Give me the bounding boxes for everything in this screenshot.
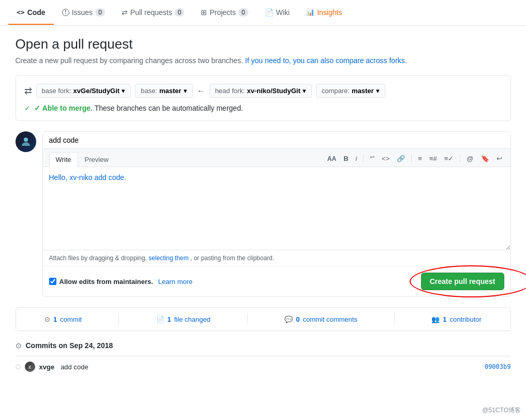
preview-tab[interactable]: Preview (78, 152, 115, 167)
toolbar-reply-btn[interactable]: ↩ (494, 154, 504, 163)
base-branch-dropdown[interactable]: base: master ▾ (135, 84, 192, 98)
head-fork-chevron: ▾ (303, 87, 306, 95)
toolbar-heading-btn[interactable]: AA (325, 154, 338, 163)
stat-sep-3 (394, 314, 395, 324)
editor-header: Write Preview AA B (43, 149, 510, 167)
commit-author-avatar: x (25, 362, 35, 372)
nav-issues[interactable]: ! Issues 0 (54, 1, 113, 25)
nav-wiki[interactable]: 📄 Wiki (257, 1, 298, 25)
pr-tabs: Write Preview (49, 149, 115, 167)
nav-code[interactable]: <> Code (8, 1, 54, 25)
base-label: base: (141, 87, 157, 95)
commits-stat[interactable]: ⊙ 1 commit (44, 316, 82, 323)
avatar-placeholder (16, 131, 36, 152)
files-count: 1 (168, 316, 171, 323)
wiki-icon: 📄 (265, 8, 274, 17)
commit-dot-icon (16, 364, 21, 369)
contributors-label: contributor (449, 316, 481, 323)
stat-sep-2 (247, 314, 248, 324)
comments-icon: 💬 (284, 316, 293, 323)
commits-section: ⊙ Commits on Sep 24, 2018 x xvge add cod… (16, 341, 511, 377)
contributors-stat[interactable]: 👥 1 contributor (431, 316, 482, 323)
branch-selector: ⇄ base fork: xvGe/StudyGit ▾ base: maste… (16, 75, 511, 121)
base-fork-chevron: ▾ (122, 87, 125, 95)
base-value: master (159, 87, 182, 95)
merge-able-label: ✓ Able to merge. (34, 104, 93, 112)
base-chevron: ▾ (184, 87, 187, 95)
pr-form-box: Write Preview AA B (42, 131, 511, 297)
commit-sha-link[interactable]: 09003b9 (485, 363, 511, 370)
toolbar-mention-btn[interactable]: @ (464, 154, 475, 163)
pr-badge: 0 (175, 8, 185, 17)
nav-insights[interactable]: 📊 Insights (298, 1, 350, 25)
head-fork-value: xv-niko/StudyGit (247, 87, 300, 95)
toolbar-bold-btn[interactable]: B (341, 154, 350, 163)
tabs-toolbar-row: Write Preview AA B (43, 149, 510, 167)
compare-forks-link[interactable]: If you need to, you can also compare acr… (245, 56, 405, 65)
main-content: Open a pull request Create a new pull re… (7, 26, 519, 387)
base-fork-label: base fork: (42, 87, 71, 95)
base-fork-value: xvGe/StudyGit (73, 87, 120, 95)
create-pull-request-button[interactable]: Create pull request (421, 273, 504, 290)
toolbar-divider-3 (460, 155, 460, 163)
toolbar-divider-2 (411, 155, 412, 163)
learn-more-link[interactable]: Learn more (158, 278, 192, 286)
pr-body-textarea[interactable]: Hello, xv-niko add code. (43, 167, 510, 250)
base-fork-dropdown[interactable]: base fork: xvGe/StudyGit ▾ (36, 84, 131, 98)
nav-projects[interactable]: ⊞ Projects 0 (192, 1, 256, 25)
pr-toolbar: AA B i “” <> (325, 151, 504, 167)
commits-count: 1 (53, 316, 57, 323)
head-fork-label: head fork: (215, 87, 245, 95)
contributors-icon: 👥 (431, 316, 440, 323)
files-icon: 📄 (156, 316, 164, 323)
stat-sep-1 (118, 314, 119, 324)
nav-pull-requests[interactable]: ⇄ Pull requests 0 (113, 1, 193, 25)
pr-form-area: Write Preview AA B (16, 131, 511, 297)
top-nav: <> Code ! Issues 0 ⇄ Pull requests 0 ⊞ P… (0, 0, 526, 26)
stats-bar: ⊙ 1 commit 📄 1 file changed 💬 0 commit c… (16, 307, 511, 331)
issues-badge: 0 (95, 8, 105, 17)
projects-badge: 0 (238, 8, 248, 17)
user-avatar (16, 131, 36, 152)
allow-edits-checkbox[interactable] (49, 278, 56, 285)
head-fork-dropdown[interactable]: head fork: xv-niko/StudyGit ▾ (209, 84, 312, 98)
issues-icon: ! (62, 9, 69, 16)
comments-label: commit comments (303, 316, 357, 323)
toolbar-divider-1 (363, 155, 364, 163)
svg-point-0 (24, 138, 28, 142)
pr-icon: ⇄ (122, 8, 128, 17)
create-btn-wrapper: Create pull request (421, 273, 504, 290)
toolbar-task-list-btn[interactable]: ≡✓ (442, 154, 456, 163)
merge-status: ✓ ✓ Able to merge. These branches can be… (24, 104, 502, 112)
toolbar-ordered-list-btn[interactable]: ≡# (427, 154, 439, 163)
compare-chevron: ▾ (376, 87, 380, 95)
comments-count: 0 (296, 316, 299, 323)
toolbar-quote-btn[interactable]: “” (368, 154, 377, 163)
allow-edits-label[interactable]: Allow edits from maintainers. Learn more (49, 278, 193, 286)
compare-branch-dropdown[interactable]: compare: master ▾ (316, 84, 385, 98)
commit-author[interactable]: xvge (39, 363, 55, 371)
files-label: file changed (174, 316, 211, 323)
merge-check-icon: ✓ (24, 104, 31, 112)
commits-date-icon: ⊙ (16, 341, 22, 350)
toolbar-unordered-list-btn[interactable]: ≡ (416, 154, 424, 163)
commits-icon: ⊙ (44, 316, 50, 323)
commits-date-text: Commits on Sep 24, 2018 (26, 341, 113, 350)
toolbar-italic-btn[interactable]: i (354, 154, 359, 163)
attach-files-area: Attach files by dragging & dropping, sel… (43, 250, 510, 266)
pr-form-bottom: Allow edits from maintainers. Learn more… (43, 266, 510, 296)
toolbar-link-btn[interactable]: 🔗 (395, 154, 407, 163)
comments-stat[interactable]: 💬 0 commit comments (284, 316, 357, 323)
toolbar-ref-btn[interactable]: 🔖 (479, 154, 491, 163)
merge-msg: These branches can be automatically merg… (95, 104, 243, 112)
select-files-link[interactable]: selecting them (148, 254, 188, 262)
page-subtitle: Create a new pull request by comparing c… (16, 56, 511, 65)
commits-date-header: ⊙ Commits on Sep 24, 2018 (16, 341, 511, 350)
files-stat[interactable]: 📄 1 file changed (156, 316, 211, 323)
pr-title-input[interactable] (43, 132, 510, 149)
toolbar-code-btn[interactable]: <> (380, 154, 392, 163)
compare-arrows-icon: ⇄ (24, 85, 32, 97)
write-tab[interactable]: Write (49, 152, 78, 167)
compare-value: master (352, 87, 374, 95)
compare-label: compare: (322, 87, 350, 95)
